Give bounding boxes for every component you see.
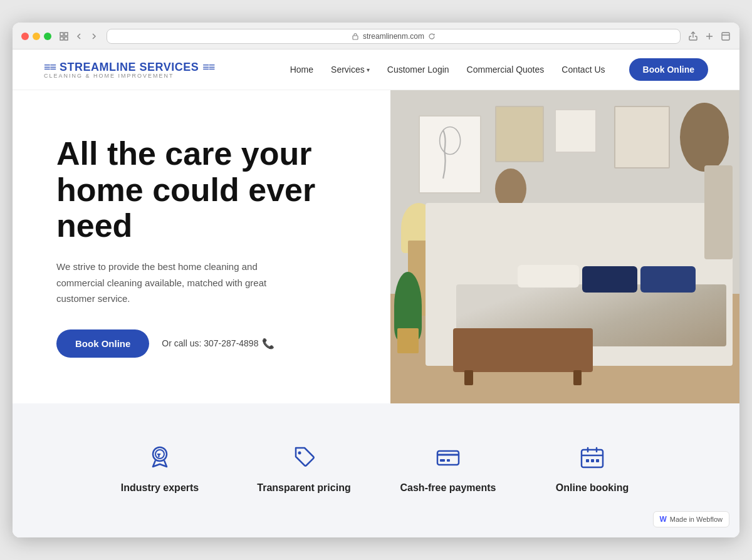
dot-green[interactable] [44, 33, 51, 40]
feature-label-transparent-pricing: Transparent pricing [257, 482, 350, 494]
url-text: streamlinenm.com [363, 32, 424, 41]
grid-icon [59, 31, 69, 41]
webflow-badge: W Made in Webflow [653, 511, 730, 527]
svg-rect-5 [722, 33, 729, 40]
pillow-1 [640, 266, 696, 293]
svg-point-6 [439, 127, 460, 155]
share-icon[interactable] [688, 31, 698, 41]
browser-dots [21, 33, 51, 40]
calendar-icon [576, 441, 608, 474]
wall-frame-4 [614, 106, 670, 169]
lock-icon [352, 33, 359, 40]
svg-rect-15 [591, 459, 594, 462]
hero-subtitle: We strive to provide the best home clean… [56, 259, 295, 307]
feature-label-cash-free-payments: Cash-free payments [400, 482, 496, 494]
hero-call-text: Or call us: 307-287-4898 📞 [162, 338, 274, 350]
nav-services[interactable]: Services ▾ [331, 65, 370, 75]
card-icon [432, 441, 464, 474]
nav-contact-us[interactable]: Contact Us [561, 65, 605, 75]
svg-point-9 [298, 452, 301, 455]
nav-home[interactable]: Home [290, 65, 313, 75]
logo-lines-left: ≡≡ [44, 61, 56, 74]
wall-frame-3 [555, 109, 597, 153]
logo-subtitle: CLEANING & HOME IMPROVEMENT [44, 73, 174, 79]
hero-book-online-button[interactable]: Book Online [56, 329, 149, 358]
bench [453, 328, 593, 372]
wall-frame-1 [419, 115, 481, 194]
address-bar[interactable]: streamlinenm.com [107, 29, 681, 44]
nav-book-online-button[interactable]: Book Online [629, 58, 708, 81]
bench-leg-left [464, 370, 473, 386]
call-text-label: Or call us: 307-287-4898 [162, 338, 258, 348]
logo-lines-right: ≡≡ [202, 61, 214, 74]
svg-rect-3 [65, 37, 68, 40]
features-grid: Industry experts Transparent pricing [94, 435, 658, 500]
hero-cta: Book Online Or call us: 307-287-4898 📞 [56, 329, 359, 358]
feature-transparent-pricing: Transparent pricing [238, 435, 370, 500]
logo-text: STREAMLINE SERVICES [60, 61, 199, 74]
svg-rect-11 [440, 459, 445, 462]
dot-red[interactable] [21, 33, 29, 40]
browser-actions [688, 31, 731, 41]
svg-rect-4 [353, 36, 358, 39]
round-decor-1 [680, 103, 729, 172]
pillow-3 [518, 265, 579, 288]
features-section: Industry experts Transparent pricing [13, 403, 739, 537]
award-icon [144, 441, 176, 474]
dot-yellow[interactable] [33, 33, 40, 40]
svg-rect-1 [65, 33, 68, 36]
browser-controls [59, 31, 99, 41]
add-tab-icon[interactable] [704, 31, 714, 41]
features-wrapper: Industry experts Transparent pricing [13, 403, 739, 537]
hero-image-area [390, 90, 739, 403]
forward-icon[interactable] [89, 31, 99, 41]
nav-commercial-quotes[interactable]: Commercial Quotes [467, 65, 545, 75]
svg-rect-10 [437, 451, 459, 465]
hero-left: All the care your home could ever need W… [13, 90, 390, 403]
nav-customer-login[interactable]: Customer Login [387, 65, 449, 75]
feature-label-online-booking: Online booking [556, 482, 629, 494]
hero-title: All the care your home could ever need [56, 136, 359, 244]
logo-area: ≡≡ STREAMLINE SERVICES ≡≡ CLEANING & HOM… [44, 61, 214, 79]
website: ≡≡ STREAMLINE SERVICES ≡≡ CLEANING & HOM… [13, 49, 739, 537]
svg-rect-13 [582, 450, 603, 467]
svg-rect-2 [60, 37, 63, 40]
bench-leg-right [573, 370, 582, 386]
browser-chrome: streamlinenm.com [13, 23, 739, 49]
pillow-2 [582, 266, 637, 293]
svg-rect-12 [447, 459, 450, 462]
chevron-down-icon: ▾ [367, 66, 370, 73]
feature-online-booking: Online booking [526, 435, 658, 500]
browser-window: streamlinenm.com ≡≡ STREAMLINE SERVICES … [13, 23, 739, 537]
svg-rect-0 [60, 33, 63, 36]
webflow-logo: W [660, 515, 667, 524]
svg-rect-16 [596, 459, 599, 462]
logo-main: ≡≡ STREAMLINE SERVICES ≡≡ [44, 61, 214, 74]
nav-links: Home Services ▾ Customer Login Commercia… [290, 58, 708, 81]
phone-icon: 📞 [262, 338, 274, 350]
bed-headboard [704, 165, 733, 259]
feature-cash-free-payments: Cash-free payments [382, 435, 514, 500]
tabs-icon[interactable] [721, 31, 731, 41]
navbar: ≡≡ STREAMLINE SERVICES ≡≡ CLEANING & HOM… [13, 49, 739, 90]
feature-industry-experts: Industry experts [94, 435, 226, 500]
bedroom-illustration [390, 90, 739, 403]
refresh-icon[interactable] [428, 33, 436, 40]
svg-rect-14 [586, 459, 589, 462]
plant-pot [397, 328, 418, 353]
tag-icon [288, 441, 320, 474]
back-icon[interactable] [74, 31, 84, 41]
wall-frame-2 [495, 106, 544, 162]
feature-label-industry-experts: Industry experts [121, 482, 199, 494]
nav-services-label: Services [331, 65, 365, 75]
webflow-badge-text: Made in Webflow [670, 516, 723, 523]
hero-section: All the care your home could ever need W… [13, 90, 739, 403]
